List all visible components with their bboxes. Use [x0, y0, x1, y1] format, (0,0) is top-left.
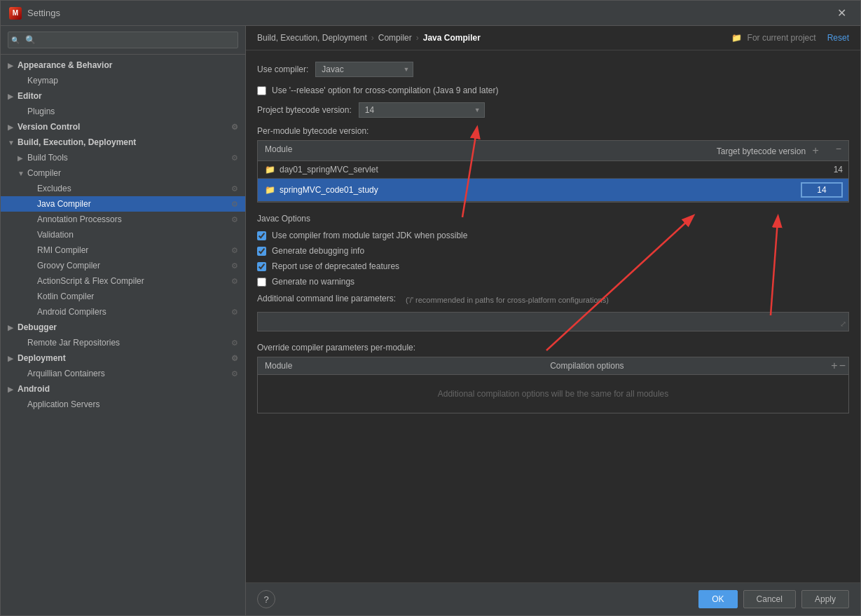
- sidebar: ▶ Appearance & Behavior Keymap ▶ Editor …: [1, 26, 246, 615]
- sidebar-item-validation[interactable]: Validation: [1, 227, 245, 242]
- release-option-row: Use '--release' option for cross-compila…: [257, 85, 849, 95]
- sidebar-item-appearance[interactable]: ▶ Appearance & Behavior: [1, 57, 245, 73]
- bytecode-version-select[interactable]: 14 11 8: [359, 102, 485, 118]
- sidebar-item-excludes[interactable]: Excludes ⚙: [1, 181, 245, 196]
- excludes-config-icon: ⚙: [231, 184, 238, 193]
- override-table: Module Compilation options + − Additiona…: [257, 357, 849, 413]
- override-section: Override compiler parameters per-module:…: [257, 343, 849, 413]
- sidebar-item-debugger[interactable]: ▶ Debugger: [1, 320, 245, 335]
- override-module-header: Module: [258, 357, 543, 374]
- sidebar-item-arquillian[interactable]: Arquillian Containers ⚙: [1, 366, 245, 381]
- target-version-header: Target bytecode version +: [710, 141, 829, 160]
- version-cell-1: 14: [743, 161, 848, 178]
- ok-button[interactable]: OK: [698, 590, 737, 608]
- javac-checkbox-3[interactable]: [257, 262, 266, 271]
- breadcrumb-sep-1: ›: [371, 33, 374, 43]
- main-panel: Build, Execution, Deployment › Compiler …: [246, 26, 860, 615]
- additional-cmd-section: Additional command line parameters: ('/'…: [257, 294, 849, 331]
- java-compiler-config-icon: ⚙: [231, 200, 238, 209]
- table-row-2[interactable]: 📁 springMVC_code01_study: [258, 179, 848, 202]
- sidebar-item-build-execution[interactable]: ▼ Build, Execution, Deployment: [1, 135, 245, 150]
- javac-option-4: Generate no warnings: [257, 277, 849, 287]
- android-compilers-config-icon: ⚙: [231, 308, 238, 317]
- expand-icon[interactable]: ⤢: [840, 320, 846, 329]
- help-button[interactable]: ?: [257, 590, 275, 608]
- bytecode-version-row: Project bytecode version: 14 11 8: [257, 102, 849, 118]
- compiler-select[interactable]: Javac Eclipse Ajc: [315, 62, 413, 77]
- sidebar-item-keymap[interactable]: Keymap: [1, 73, 245, 88]
- sidebar-tree: ▶ Appearance & Behavior Keymap ▶ Editor …: [1, 55, 245, 615]
- release-option-label: Use '--release' option for cross-compila…: [272, 85, 498, 95]
- compiler-select-wrapper: Javac Eclipse Ajc: [315, 62, 413, 77]
- version-control-config-icon: ⚙: [231, 123, 238, 132]
- sidebar-item-rmi-compiler[interactable]: RMI Compiler ⚙: [1, 242, 245, 258]
- javac-label-4: Generate no warnings: [272, 277, 354, 287]
- additional-cmd-label: Additional command line parameters:: [257, 294, 396, 303]
- override-empty-text: Additional compilation options will be t…: [258, 375, 848, 413]
- override-add-button[interactable]: +: [831, 360, 837, 372]
- breadcrumb-build[interactable]: Build, Execution, Deployment: [257, 33, 367, 43]
- version-cell-2: [743, 179, 848, 201]
- sidebar-item-compiler[interactable]: ▼ Compiler: [1, 165, 245, 181]
- version-input-2[interactable]: [801, 182, 843, 198]
- sidebar-item-plugins[interactable]: Plugins: [1, 104, 245, 119]
- module-cell-2: 📁 springMVC_code01_study: [258, 182, 743, 198]
- cmd-input[interactable]: [257, 312, 849, 331]
- sidebar-item-annotation-processors[interactable]: Annotation Processors ⚙: [1, 212, 245, 227]
- reset-link[interactable]: Reset: [827, 33, 849, 43]
- sidebar-item-actionscript-compiler[interactable]: ActionScript & Flex Compiler ⚙: [1, 273, 245, 289]
- panel-content: Use compiler: Javac Eclipse Ajc Use '--r…: [246, 50, 860, 582]
- javac-option-1: Use compiler from module target JDK when…: [257, 231, 849, 240]
- sidebar-item-deployment[interactable]: ▶ Deployment ⚙: [1, 350, 245, 366]
- override-options-header: Compilation options: [543, 357, 828, 374]
- arquillian-config-icon: ⚙: [231, 369, 238, 378]
- module-icon-2: 📁: [265, 185, 275, 195]
- breadcrumb: Build, Execution, Deployment › Compiler …: [246, 26, 860, 50]
- table-minus-button[interactable]: −: [832, 144, 846, 153]
- deployment-config-icon: ⚙: [231, 354, 238, 363]
- search-input[interactable]: [8, 32, 238, 48]
- annotation-config-icon: ⚙: [231, 215, 238, 224]
- breadcrumb-compiler[interactable]: Compiler: [378, 33, 412, 43]
- sidebar-item-editor[interactable]: ▶ Editor: [1, 88, 245, 104]
- javac-checkbox-4[interactable]: [257, 278, 266, 287]
- sidebar-item-kotlin-compiler[interactable]: Kotlin Compiler: [1, 289, 245, 304]
- sidebar-item-build-tools[interactable]: ▶ Build Tools ⚙: [1, 150, 245, 165]
- javac-label-3: Report use of deprecated features: [272, 261, 399, 271]
- sidebar-item-java-compiler[interactable]: Java Compiler ⚙: [1, 196, 245, 212]
- sidebar-item-android[interactable]: ▶ Android: [1, 381, 245, 397]
- table-add-button[interactable]: +: [808, 144, 822, 156]
- additional-cmd-note: ('/' recommended in paths for cross-plat…: [406, 296, 609, 304]
- search-box: [1, 26, 245, 55]
- remote-jar-config-icon: ⚙: [231, 338, 238, 348]
- module-table: Module Target bytecode version + − 📁: [257, 140, 849, 203]
- apply-button[interactable]: Apply: [801, 590, 849, 608]
- release-option-checkbox[interactable]: [257, 86, 266, 95]
- table-header: Module Target bytecode version + −: [258, 141, 848, 161]
- override-table-header: Module Compilation options + −: [258, 357, 848, 375]
- override-label: Override compiler parameters per-module:: [257, 343, 415, 353]
- sidebar-item-version-control[interactable]: ▶ Version Control ⚙: [1, 119, 245, 135]
- javac-checkbox-2[interactable]: [257, 247, 266, 256]
- javac-label-1: Use compiler from module target JDK when…: [272, 231, 467, 240]
- close-button[interactable]: ✕: [832, 4, 852, 22]
- bytecode-version-label: Project bytecode version:: [257, 105, 352, 115]
- table-row-1[interactable]: 📁 day01_springMVC_servlet 14: [258, 161, 848, 179]
- actionscript-config-icon: ⚙: [231, 277, 238, 286]
- breadcrumb-sep-2: ›: [416, 33, 419, 43]
- module-cell-1: 📁 day01_springMVC_servlet: [258, 161, 743, 178]
- sidebar-item-app-servers[interactable]: Application Servers: [1, 397, 245, 412]
- build-tools-config-icon: ⚙: [231, 153, 238, 163]
- override-minus-button[interactable]: −: [839, 360, 846, 372]
- window-title: Settings: [27, 8, 832, 18]
- javac-checkbox-1[interactable]: [257, 231, 266, 240]
- use-compiler-row: Use compiler: Javac Eclipse Ajc: [257, 62, 849, 77]
- sidebar-item-groovy-compiler[interactable]: Groovy Compiler ⚙: [1, 258, 245, 273]
- cmd-input-wrapper: ⤢: [257, 309, 849, 331]
- sidebar-item-remote-jar[interactable]: Remote Jar Repositories ⚙: [1, 335, 245, 350]
- javac-options-section: Javac Options Use compiler from module t…: [257, 214, 849, 287]
- bottom-bar: ? OK Cancel Apply: [246, 582, 860, 615]
- per-module-label: Per-module bytecode version:: [257, 126, 368, 136]
- sidebar-item-android-compilers[interactable]: Android Compilers ⚙: [1, 304, 245, 320]
- cancel-button[interactable]: Cancel: [743, 590, 796, 608]
